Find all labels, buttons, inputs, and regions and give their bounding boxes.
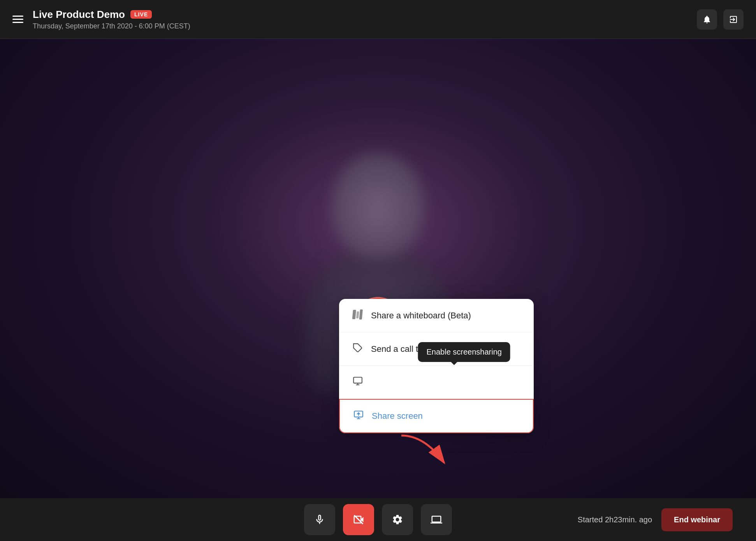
- svg-rect-1: [356, 311, 359, 318]
- silhouette-head: [331, 153, 425, 258]
- header-right: [697, 9, 744, 30]
- whiteboard-menu-item[interactable]: Share a whiteboard (Beta): [339, 299, 534, 333]
- video-area: Share a whiteboard (Beta) Send a call to…: [0, 39, 756, 499]
- settings-button[interactable]: [382, 504, 413, 535]
- whiteboard-icon: [352, 309, 364, 322]
- share-screen-menu-item[interactable]: Share screen: [339, 399, 534, 433]
- toolbar-center: [304, 504, 452, 535]
- screenshare-tooltip: Enable screensharing: [418, 342, 510, 362]
- screenshare-menu-item[interactable]: Enable screensharing: [339, 366, 534, 399]
- header-subtitle: Thursday, September 17th 2020 - 6:00 PM …: [33, 22, 190, 30]
- end-webinar-button[interactable]: End webinar: [661, 508, 733, 531]
- header-left: Live Product Demo LIVE Thursday, Septemb…: [12, 9, 190, 30]
- microphone-button[interactable]: [304, 504, 335, 535]
- exit-icon: [729, 15, 738, 24]
- svg-rect-2: [359, 309, 363, 320]
- settings-icon: [392, 514, 403, 525]
- notification-button[interactable]: [697, 9, 717, 30]
- popup-menu: Share a whiteboard (Beta) Send a call to…: [339, 299, 534, 433]
- header-title-row: Live Product Demo LIVE: [33, 9, 190, 21]
- camera-icon: [353, 514, 364, 525]
- svg-rect-0: [352, 310, 356, 319]
- microphone-icon: [314, 514, 325, 525]
- exit-button[interactable]: [723, 9, 744, 30]
- bottom-toolbar: Started 2h23min. ago End webinar: [0, 498, 756, 541]
- tooltip-text: Enable screensharing: [427, 348, 502, 356]
- header-title-block: Live Product Demo LIVE Thursday, Septemb…: [33, 9, 190, 30]
- toolbar-right: Started 2h23min. ago End webinar: [578, 508, 733, 531]
- header: Live Product Demo LIVE Thursday, Septemb…: [0, 0, 756, 39]
- monitor-icon: [352, 376, 364, 388]
- svg-rect-4: [353, 377, 362, 383]
- camera-button[interactable]: [343, 504, 374, 535]
- screen-share-icon: [431, 514, 442, 525]
- arrow-indicator: [394, 432, 456, 472]
- menu-button[interactable]: [12, 16, 23, 23]
- screen-share-button[interactable]: [421, 504, 452, 535]
- arrow-svg: [394, 432, 456, 471]
- page-title: Live Product Demo: [33, 9, 125, 21]
- live-badge: LIVE: [130, 10, 152, 19]
- session-time: Started 2h23min. ago: [578, 515, 652, 524]
- tag-icon: [352, 343, 364, 355]
- bell-icon: [702, 15, 712, 24]
- share-screen-icon: [352, 410, 365, 422]
- whiteboard-label: Share a whiteboard (Beta): [371, 311, 471, 321]
- share-screen-label: Share screen: [372, 411, 423, 421]
